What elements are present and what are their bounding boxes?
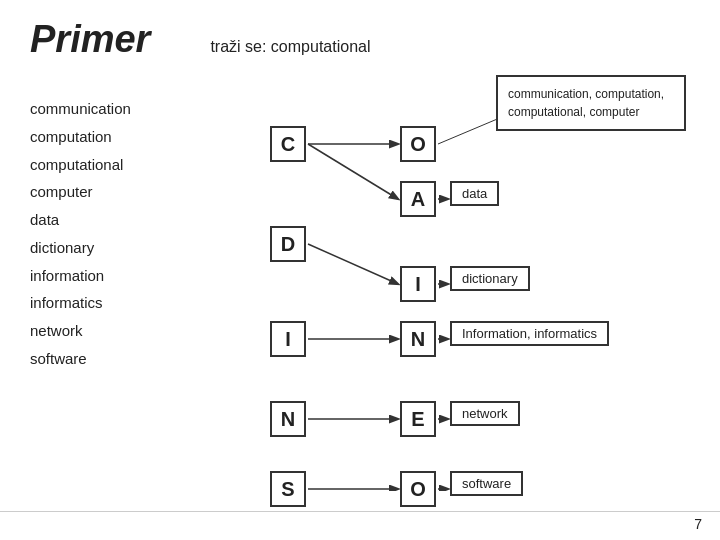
letter-D: D — [270, 226, 306, 262]
tooltip-box: communication, computation, computationa… — [496, 75, 686, 131]
letter-A: A — [400, 181, 436, 217]
letter-I1: I — [400, 266, 436, 302]
information-label: Information, informatics — [450, 321, 609, 346]
page-number: 7 — [694, 516, 702, 532]
dictionary-label: dictionary — [450, 266, 530, 291]
title-area: Primer traži se: computational — [0, 0, 720, 71]
word-computer: computer — [30, 178, 131, 206]
letter-N1: N — [400, 321, 436, 357]
word-data: data — [30, 206, 131, 234]
bottom-divider — [0, 511, 720, 512]
svg-line-3 — [308, 244, 398, 284]
network-label: network — [450, 401, 520, 426]
word-software: software — [30, 345, 131, 373]
data-label: data — [450, 181, 499, 206]
word-dictionary: dictionary — [30, 234, 131, 262]
word-computation: computation — [30, 123, 131, 151]
word-information: information — [30, 262, 131, 290]
letter-O1: O — [400, 126, 436, 162]
word-list-block: communication computation computational … — [30, 95, 131, 373]
svg-line-1 — [308, 144, 398, 199]
word-network: network — [30, 317, 131, 345]
tooltip-text: communication, computation, computationa… — [508, 87, 664, 119]
word-informatics: informatics — [30, 289, 131, 317]
word-communication: communication — [30, 95, 131, 123]
page-title: Primer — [30, 18, 150, 61]
letter-I2: I — [270, 321, 306, 357]
software-label: software — [450, 471, 523, 496]
letter-N2: N — [270, 401, 306, 437]
diagram: communication, computation, computationa… — [210, 71, 690, 491]
word-computational: computational — [30, 151, 131, 179]
search-label: traži se: computational — [210, 38, 370, 56]
letter-S: S — [270, 471, 306, 507]
letter-E: E — [400, 401, 436, 437]
letter-C: C — [270, 126, 306, 162]
letter-O2: O — [400, 471, 436, 507]
